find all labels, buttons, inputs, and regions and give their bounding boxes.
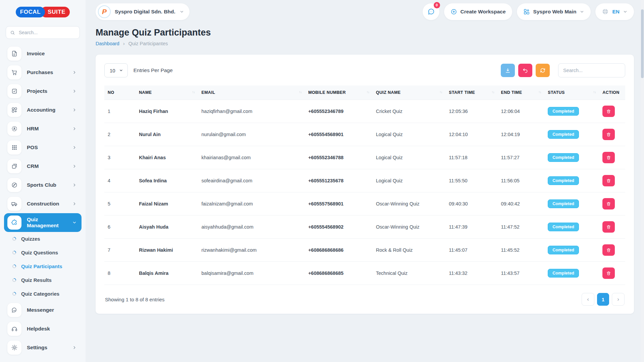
create-workspace-label: Create Workspace — [461, 9, 506, 15]
cell-start: 11:57:18 — [445, 146, 497, 169]
cell-name: Rizwan Hakimi — [136, 239, 198, 262]
delete-button[interactable] — [602, 267, 615, 279]
column-header-status[interactable]: STATUS↑↓ — [544, 85, 599, 100]
scrollbar-thumb[interactable] — [641, 9, 644, 78]
pagination-prev-button[interactable]: ‹ — [582, 293, 594, 306]
app-root: FOCAL SUITE InvoicePurchasesProjectsAcco… — [0, 0, 644, 362]
sidebar-subitem-quiz-categories[interactable]: Quiz Categories — [3, 287, 82, 301]
trash-icon — [606, 225, 611, 230]
sidebar-subitem-quizzes[interactable]: Quizzes — [3, 232, 82, 246]
search-icon — [10, 30, 15, 35]
brand-logo[interactable]: FOCAL SUITE — [0, 7, 86, 17]
workspace-selector[interactable]: P Syspro Digital Sdn. Bhd. — [96, 3, 190, 20]
sidebar-item-settings[interactable]: Settings — [4, 338, 82, 357]
sidebar-item-construction[interactable]: Construction — [4, 194, 82, 213]
sidebar-item-messenger[interactable]: Messenger — [4, 301, 82, 319]
chat-button[interactable]: 0 — [423, 3, 439, 20]
sidebar-subitem-quiz-participants[interactable]: Quiz Participants — [3, 259, 82, 273]
undo-button[interactable] — [518, 64, 532, 77]
sidebar-subitem-quiz-results[interactable]: Quiz Results — [3, 273, 82, 287]
table-row: 2Nurul Ainnurulain@gmail.com+60555456890… — [104, 123, 625, 146]
column-header-quiz-name[interactable]: QUIZ NAME↑↓ — [373, 85, 445, 100]
export-download-button[interactable] — [501, 64, 515, 77]
cell-name: Sofea Irdina — [136, 169, 198, 192]
sidebar: FOCAL SUITE InvoicePurchasesProjectsAcco… — [0, 0, 86, 362]
sidebar-item-pos[interactable]: POS — [4, 138, 82, 157]
column-header-name[interactable]: NAME↑↓ — [136, 85, 198, 100]
cell-action — [599, 169, 625, 192]
delete-button[interactable] — [602, 244, 615, 256]
header-actions: 0 Create Workspace Syspro Web Main — [423, 3, 634, 20]
refresh-button[interactable] — [536, 64, 550, 77]
column-header-mobile-number[interactable]: MOBILE NUMBER↑↓ — [305, 85, 373, 100]
language-selector[interactable]: EN — [595, 3, 634, 20]
workspace-name: Syspro Digital Sdn. Bhd. — [115, 9, 175, 15]
table-search-input[interactable] — [558, 63, 625, 77]
delete-button[interactable] — [602, 198, 615, 209]
cell-no: 8 — [104, 262, 136, 285]
sort-icon: ↑↓ — [367, 90, 369, 94]
status-badge: Completed — [548, 199, 579, 208]
cell-mobile: +605551235678 — [305, 169, 373, 192]
breadcrumb-dashboard-link[interactable]: Dashboard — [96, 41, 119, 46]
table-footer: Showing 1 to 8 of 8 entries ‹ 1 › — [104, 285, 625, 310]
cell-no: 2 — [104, 123, 136, 146]
cell-end: 11:56:05 — [497, 169, 544, 192]
pagination-next-button[interactable]: › — [612, 293, 625, 306]
delete-button[interactable] — [602, 106, 615, 117]
table-row: 6Aisyah Hudaaisyahhuda@gmail.com+6055545… — [104, 216, 625, 239]
cell-status: Completed — [544, 146, 599, 169]
delete-button[interactable] — [602, 221, 615, 233]
table-row: 5Faizal Nizamfaizalnizam@gmail.com+60555… — [104, 192, 625, 216]
cell-quiz: Cricket Quiz — [373, 100, 445, 123]
cell-mobile: +608686868686 — [305, 239, 373, 262]
column-header-start-time[interactable]: START TIME↑↓ — [445, 85, 497, 100]
sidebar-item-projects[interactable]: Projects — [4, 82, 82, 101]
sidebar-item-sports-club[interactable]: Sports Club — [4, 176, 82, 194]
sidebar-item-purchases[interactable]: Purchases — [4, 63, 82, 82]
sidebar-item-quiz-management[interactable]: Quiz Management — [4, 213, 82, 232]
cell-name: Faizal Nizam — [136, 192, 198, 216]
brand-logo-focal: FOCAL — [16, 7, 45, 17]
column-header-email[interactable]: EMAIL↑↓ — [198, 85, 305, 100]
sidebar-search-input[interactable] — [18, 29, 80, 36]
chevron-right-icon — [72, 345, 77, 350]
delete-button[interactable] — [602, 129, 615, 140]
sort-icon: ↑↓ — [593, 90, 596, 94]
sidebar-item-label: Projects — [27, 88, 67, 94]
sidebar-item-helpdesk[interactable]: Helpdesk — [4, 319, 82, 338]
delete-button[interactable] — [602, 152, 615, 163]
entries-per-page-select[interactable]: 10 — [104, 63, 128, 77]
delete-button[interactable] — [602, 175, 615, 186]
sidebar-item-label: Invoice — [27, 51, 78, 57]
sidebar-item-invoice[interactable]: Invoice — [4, 44, 82, 63]
cell-name: Nurul Ain — [136, 123, 198, 146]
trash-icon — [606, 178, 611, 183]
app-selector[interactable]: Syspro Web Main — [517, 3, 591, 20]
main-content: P Syspro Digital Sdn. Bhd. 0 Cre — [86, 0, 644, 362]
chevron-down-icon — [72, 220, 77, 225]
pagination-page-1[interactable]: 1 — [597, 293, 609, 306]
create-workspace-button[interactable]: Create Workspace — [444, 3, 512, 20]
cell-start: 11:43:32 — [445, 262, 497, 285]
cell-action — [599, 192, 625, 216]
cell-end: 12:04:19 — [497, 123, 544, 146]
trash-icon — [606, 271, 611, 276]
sidebar-item-hrm[interactable]: HRM — [4, 119, 82, 138]
sidebar-item-crm[interactable]: CRM — [4, 157, 82, 176]
cell-quiz: Logical Quiz — [373, 146, 445, 169]
sidebar-item-accounting[interactable]: Accounting — [4, 101, 82, 119]
chat-icon — [427, 8, 435, 15]
sidebar-item-label: Purchases — [27, 69, 67, 75]
cell-end: 11:47:52 — [497, 216, 544, 239]
cell-email: sofeairdina@gmail.com — [198, 169, 305, 192]
sidebar-item-label: Quiz Management — [27, 217, 67, 229]
trash-icon — [606, 248, 611, 253]
circle-bullet-icon — [12, 278, 16, 282]
cell-end: 11:45:52 — [497, 239, 544, 262]
column-header-end-time[interactable]: END TIME↑↓ — [497, 85, 544, 100]
entries-control: 10 Entries Per Page — [104, 63, 173, 77]
sidebar-subitem-quiz-questions[interactable]: Quiz Questions — [3, 246, 82, 259]
status-badge: Completed — [548, 107, 579, 116]
entries-per-page-label: Entries Per Page — [133, 67, 173, 73]
